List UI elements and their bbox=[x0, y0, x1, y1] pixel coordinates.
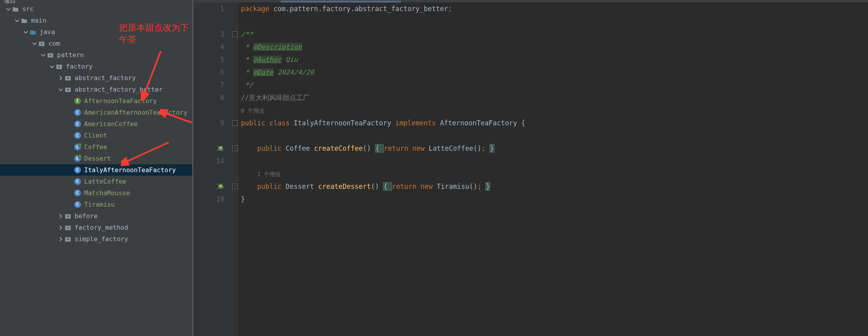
tree-label: Coffee bbox=[83, 143, 107, 151]
chevron-right-icon[interactable] bbox=[57, 213, 64, 220]
package-icon bbox=[64, 213, 71, 220]
chevron-right-icon[interactable] bbox=[57, 75, 64, 82]
svg-point-4 bbox=[41, 43, 42, 44]
chevron-right-icon[interactable] bbox=[57, 224, 64, 231]
line-number: 15 bbox=[193, 180, 224, 193]
tree-node-abstract-factory-better[interactable]: abstract_factory_better bbox=[0, 84, 192, 95]
fold-toggle-icon[interactable]: + bbox=[232, 146, 238, 151]
line-number: 4 bbox=[193, 40, 224, 53]
svg-point-12 bbox=[67, 89, 69, 90]
package-icon bbox=[47, 52, 54, 59]
tree-label: src bbox=[21, 5, 34, 13]
tree-label: factory_method bbox=[74, 224, 128, 231]
code-editor[interactable]: 1 3 4 5 6 7 8 9 11 14 15 18 − − + bbox=[193, 2, 868, 336]
line-number: 9 bbox=[193, 117, 224, 129]
chevron-down-icon[interactable] bbox=[57, 86, 64, 93]
line-number: 1 bbox=[193, 2, 224, 15]
tree-label: LatteCoffee bbox=[83, 178, 126, 185]
code-line: } bbox=[241, 193, 868, 205]
code-line: public Dessert createDessert() { return … bbox=[241, 180, 868, 193]
tree-node-main[interactable]: main bbox=[0, 15, 192, 26]
tree-label: AmericanCoffee bbox=[83, 120, 138, 128]
interface-icon: I bbox=[74, 98, 81, 105]
package-icon bbox=[38, 40, 45, 47]
tree-file-afternoon-tea-factory[interactable]: IAfternoonTeaFactory bbox=[0, 95, 192, 107]
tree-label: Tiramisu bbox=[83, 201, 115, 208]
project-tree[interactable]: 把原本甜点改为下午茶 src main java com pattern fac… bbox=[0, 2, 192, 336]
tree-node-com[interactable]: com bbox=[0, 38, 192, 49]
chevron-down-icon[interactable] bbox=[31, 40, 38, 47]
line-number bbox=[193, 129, 224, 142]
line-number: 14 bbox=[193, 155, 224, 167]
code-line: /** bbox=[241, 28, 868, 40]
code-line: * @Description bbox=[241, 40, 868, 53]
package-icon bbox=[64, 75, 71, 82]
fold-toggle-icon[interactable]: − bbox=[232, 31, 238, 37]
chevron-right-icon[interactable] bbox=[57, 236, 64, 243]
tree-label: Dessert bbox=[83, 155, 111, 162]
svg-point-8 bbox=[58, 66, 60, 67]
tree-file-dessert[interactable]: CDessert bbox=[0, 153, 192, 164]
usage-hint[interactable]: 1 个用法 bbox=[241, 167, 868, 180]
abstract-class-icon: C bbox=[74, 144, 81, 151]
override-up-icon[interactable] bbox=[218, 184, 223, 189]
line-number: 11 bbox=[193, 142, 224, 155]
line-number bbox=[193, 104, 224, 117]
tree-file-american-coffee[interactable]: CAmericanCoffee bbox=[0, 118, 192, 130]
chevron-down-icon[interactable] bbox=[48, 63, 56, 70]
code-line bbox=[241, 129, 868, 142]
chevron-down-icon[interactable] bbox=[22, 29, 29, 36]
code-content[interactable]: package com.pattern.factory.abstract_fac… bbox=[239, 2, 868, 336]
chevron-down-icon[interactable] bbox=[5, 6, 12, 13]
svg-point-18 bbox=[67, 238, 69, 240]
usage-hint[interactable]: 0 个用法 bbox=[241, 104, 868, 117]
class-icon: C bbox=[74, 167, 81, 174]
tree-label: main bbox=[30, 17, 46, 24]
line-number: 8 bbox=[193, 91, 224, 104]
tree-node-java[interactable]: java bbox=[0, 26, 192, 38]
class-icon: C bbox=[74, 190, 81, 197]
code-line: public class ItalyAfternoonTeaFactory im… bbox=[241, 117, 868, 129]
code-line: */ bbox=[241, 79, 868, 91]
tree-file-italy-afternoon-tea-factory[interactable]: CItalyAfternoonTeaFactory bbox=[0, 164, 192, 176]
fold-toggle-icon[interactable]: + bbox=[232, 184, 238, 189]
tree-file-tiramisu[interactable]: CTiramisu bbox=[0, 199, 192, 210]
chevron-down-icon[interactable] bbox=[40, 52, 47, 59]
code-line: * @Author Qiu bbox=[241, 53, 868, 66]
line-number: 6 bbox=[193, 66, 224, 79]
tree-file-matcha-mousse[interactable]: CMatchaMousse bbox=[0, 187, 192, 199]
fold-toggle-icon[interactable]: − bbox=[232, 120, 238, 126]
tree-file-client[interactable]: CClient bbox=[0, 130, 192, 141]
tree-label: abstract_factory bbox=[74, 74, 136, 82]
svg-point-16 bbox=[67, 227, 69, 228]
tree-label: factory bbox=[65, 63, 92, 70]
code-line bbox=[241, 155, 868, 167]
override-up-icon[interactable] bbox=[218, 146, 223, 151]
tree-node-before[interactable]: before bbox=[0, 210, 192, 222]
tree-node-simple-factory[interactable]: simple_factory bbox=[0, 233, 192, 245]
line-number: 5 bbox=[193, 53, 224, 66]
class-icon: C bbox=[74, 132, 81, 139]
tree-label: AmericanAfternoonTeaFactory bbox=[83, 109, 187, 116]
class-icon: C bbox=[74, 121, 81, 128]
code-line bbox=[241, 15, 868, 28]
tree-label: pattern bbox=[56, 51, 84, 59]
chevron-down-icon[interactable] bbox=[13, 17, 21, 24]
code-line: * @Date 2024/4/20 bbox=[241, 66, 868, 79]
tree-file-american-afternoon-tea-factory[interactable]: CAmericanAfternoonTeaFactory bbox=[0, 107, 192, 118]
tree-file-latte-coffee[interactable]: CLatteCoffee bbox=[0, 176, 192, 187]
class-icon: C bbox=[74, 201, 81, 208]
folder-icon bbox=[21, 17, 28, 24]
tree-node-abstract-factory[interactable]: abstract_factory bbox=[0, 72, 192, 84]
tree-node-factory[interactable]: factory bbox=[0, 61, 192, 72]
tree-node-pattern[interactable]: pattern bbox=[0, 49, 192, 61]
code-line: public Coffee createCoffee() { return ne… bbox=[241, 142, 868, 155]
tree-file-coffee[interactable]: CCoffee bbox=[0, 141, 192, 153]
line-number bbox=[193, 15, 224, 28]
package-icon bbox=[64, 224, 71, 231]
project-sidebar: 项目 把原本甜点改为下午茶 src main java com pattern … bbox=[0, 0, 192, 336]
package-icon bbox=[56, 63, 63, 70]
tree-label: abstract_factory_better bbox=[74, 86, 163, 93]
tree-node-factory-method[interactable]: factory_method bbox=[0, 222, 192, 233]
tree-node-src[interactable]: src bbox=[0, 3, 192, 15]
